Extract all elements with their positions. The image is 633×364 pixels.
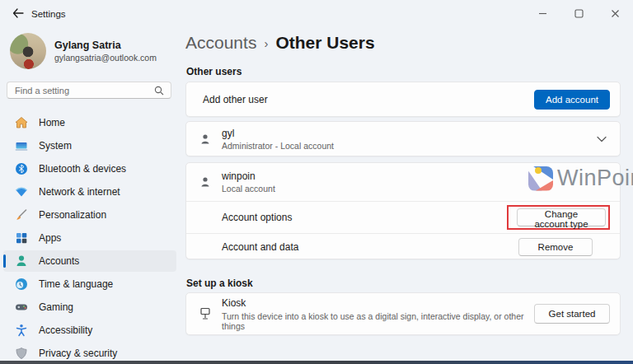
privacy-icon [14, 347, 28, 361]
search-icon [154, 86, 164, 96]
sidebar-item-label: Time & language [39, 278, 113, 290]
sidebar-item-apps[interactable]: Apps [3, 227, 176, 249]
back-button[interactable] [7, 3, 30, 23]
add-account-button[interactable]: Add account [534, 90, 610, 110]
kiosk-icon [198, 307, 212, 320]
system-icon [14, 139, 28, 153]
sidebar-item-gaming[interactable]: Gaming [3, 296, 176, 318]
network-icon [14, 185, 28, 199]
accounts-icon [14, 254, 28, 268]
apps-icon [14, 231, 28, 245]
sidebar-item-accessibility[interactable]: Accessibility [3, 320, 176, 341]
sidebar-item-personalization[interactable]: Personalization [3, 204, 176, 226]
sidebar-item-label: Network & internet [39, 186, 120, 198]
gaming-icon [14, 301, 28, 315]
winpoin-header-row[interactable]: winpoin Local account [186, 163, 620, 201]
add-user-label: Add other user [203, 94, 534, 105]
close-button[interactable] [597, 0, 633, 26]
close-icon [611, 9, 620, 18]
profile-name: Gylang Satria [54, 40, 157, 51]
home-icon [14, 116, 28, 130]
breadcrumb-accounts[interactable]: Accounts [185, 33, 256, 53]
account-options-label: Account options [222, 212, 507, 223]
user-row-winpoin: winpoin Local account Account options Ch… [185, 162, 621, 259]
window-controls [524, 0, 633, 26]
chevron-down-icon[interactable] [597, 136, 607, 142]
remove-button[interactable]: Remove [518, 238, 593, 256]
sidebar-item-label: Accounts [39, 255, 79, 267]
settings-window: Settings Gylang Satria gylangsatria@outl… [0, 0, 633, 364]
maximize-button[interactable] [560, 0, 597, 26]
main-content: Accounts › Other Users Other users Add o… [185, 26, 621, 364]
user-subtitle: Local account [222, 184, 607, 194]
kiosk-description: Turn this device into a kiosk to use as … [222, 311, 534, 331]
breadcrumb-separator-icon: › [264, 36, 268, 50]
user-name: winpoin [222, 170, 607, 182]
annotation-highlight-box: Change account type [507, 205, 610, 230]
accessibility-icon [14, 324, 28, 338]
sidebar-item-home[interactable]: Home [3, 112, 176, 133]
section-other-users: Other users [186, 66, 241, 77]
account-options-row: Account options Change account type [186, 201, 620, 233]
change-account-type-button[interactable]: Change account type [517, 208, 606, 226]
sidebar-item-network[interactable]: Network & internet [3, 181, 176, 203]
bottom-window-edge [0, 361, 633, 364]
sidebar-item-label: System [39, 140, 72, 152]
sidebar-item-label: Personalization [39, 209, 106, 221]
user-subtitle: Administrator - Local account [222, 141, 597, 151]
user-row-gyl[interactable]: gyl Administrator - Local account [185, 121, 621, 156]
get-started-button[interactable]: Get started [534, 304, 610, 324]
search-input[interactable] [7, 86, 154, 96]
sidebar-item-bluetooth[interactable]: Bluetooth & devices [3, 158, 176, 180]
profile-section[interactable]: Gylang Satria gylangsatria@outlook.com [10, 33, 157, 69]
minimize-icon [538, 9, 547, 18]
breadcrumb: Accounts › Other Users [185, 33, 375, 53]
avatar [10, 33, 46, 69]
sidebar-item-label: Privacy & security [39, 348, 117, 359]
minimize-button[interactable] [524, 0, 560, 26]
section-kiosk: Set up a kiosk [186, 278, 253, 289]
sidebar-item-label: Gaming [39, 301, 73, 313]
sidebar-item-label: Home [39, 117, 65, 128]
page-title: Other Users [275, 33, 374, 53]
sidebar-item-label: Accessibility [39, 324, 92, 336]
window-title: Settings [31, 9, 66, 19]
kiosk-title: Kiosk [222, 297, 534, 309]
personalization-icon [14, 208, 28, 222]
user-name: gyl [222, 128, 597, 139]
search-box[interactable] [7, 82, 171, 99]
sidebar-item-system[interactable]: System [3, 135, 176, 156]
sidebar: Gylang Satria gylangsatria@outlook.com H… [0, 26, 180, 361]
back-arrow-icon [12, 8, 24, 18]
user-icon [198, 175, 212, 189]
bluetooth-icon [14, 162, 28, 176]
profile-email: gylangsatria@outlook.com [54, 53, 157, 63]
kiosk-card: Kiosk Turn this device into a kiosk to u… [185, 292, 621, 335]
sidebar-item-accounts[interactable]: Accounts [3, 250, 176, 272]
add-user-card: Add other user Add account [185, 82, 621, 117]
sidebar-nav: Home System Bluetooth & devices Network … [3, 112, 176, 364]
user-icon [198, 133, 212, 146]
sidebar-item-label: Apps [39, 232, 61, 244]
titlebar: Settings [0, 0, 633, 26]
time-language-icon [14, 278, 28, 292]
sidebar-item-time-language[interactable]: Time & language [3, 273, 176, 295]
account-data-row: Account and data Remove [186, 233, 620, 259]
account-data-label: Account and data [222, 241, 518, 253]
sidebar-item-label: Bluetooth & devices [39, 163, 126, 175]
maximize-icon [574, 9, 584, 18]
